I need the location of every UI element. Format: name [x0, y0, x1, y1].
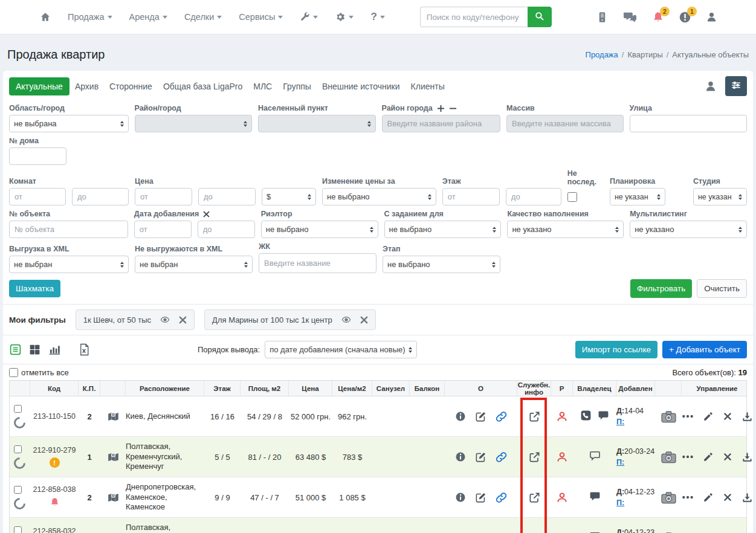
remove-district-icon[interactable]: [449, 105, 457, 112]
massif-input[interactable]: [506, 115, 624, 132]
delete-x-icon[interactable]: [723, 412, 732, 421]
add-district-icon[interactable]: [437, 105, 445, 112]
warning-icon[interactable]: !: [50, 457, 60, 468]
reader-icon[interactable]: [596, 11, 608, 24]
info-icon[interactable]: [455, 492, 466, 503]
loading-circle-icon[interactable]: [11, 455, 28, 471]
camera-icon[interactable]: [661, 410, 677, 424]
object-code[interactable]: 212-858-032: [33, 527, 76, 533]
p-link[interactable]: П:: [616, 418, 624, 426]
district-select[interactable]: [135, 115, 253, 132]
tab-storonnie[interactable]: Сторонние: [104, 77, 158, 95]
tab-mls[interactable]: МЛС: [248, 77, 277, 95]
tab-aktualnye[interactable]: Актуальные: [9, 77, 69, 95]
select-all-checkbox[interactable]: [9, 368, 18, 377]
camera-icon[interactable]: [661, 531, 677, 533]
not-last-checkbox[interactable]: [567, 192, 577, 202]
map-icon[interactable]: [107, 491, 120, 504]
info-icon[interactable]: [455, 451, 466, 462]
price-change-select[interactable]: не выбрано: [322, 188, 436, 205]
link-icon[interactable]: [496, 451, 507, 463]
row-checkbox[interactable]: [14, 445, 22, 453]
add-object-button[interactable]: + Добавить объект: [662, 341, 747, 358]
tab-klienty[interactable]: Клиенты: [405, 77, 450, 95]
home-icon[interactable]: [40, 11, 51, 22]
download-icon[interactable]: [741, 492, 753, 503]
row-checkbox[interactable]: [14, 405, 22, 413]
table-settings-button[interactable]: [725, 76, 747, 96]
row-checkbox[interactable]: [14, 526, 22, 533]
list-view-icon[interactable]: [9, 343, 22, 356]
realtor-select[interactable]: не выбрано: [261, 221, 378, 238]
nav-item-arenda[interactable]: Аренда: [129, 12, 167, 22]
tab-arhiv[interactable]: Архив: [69, 77, 104, 95]
p-link[interactable]: П:: [616, 458, 624, 467]
more-actions-icon[interactable]: [682, 495, 694, 500]
nav-item-sdelki[interactable]: Сделки: [184, 12, 222, 22]
multilisting-select[interactable]: не указано: [630, 221, 747, 238]
map-icon[interactable]: [107, 451, 120, 464]
comment-filled-icon[interactable]: [598, 410, 609, 423]
studio-select[interactable]: не указан: [693, 188, 747, 205]
clear-date-filter-icon[interactable]: [203, 211, 210, 218]
client-person-icon[interactable]: [556, 491, 568, 503]
delete-x-icon[interactable]: [723, 452, 732, 462]
clear-button[interactable]: Очистить: [697, 279, 747, 298]
region-select[interactable]: не выбрана: [9, 115, 129, 132]
stage-select[interactable]: не выбрано: [383, 256, 500, 273]
user-profile-icon[interactable]: [706, 11, 717, 23]
phone-call-icon[interactable]: [580, 410, 592, 423]
nav-item-servisy[interactable]: Сервисы: [239, 12, 283, 22]
task-for-select[interactable]: не выбрано: [384, 221, 502, 238]
select-all-label[interactable]: отметить все: [21, 368, 69, 377]
loading-circle-icon[interactable]: [11, 415, 28, 431]
remove-filter-icon[interactable]: [179, 316, 187, 324]
nav-item-tools[interactable]: [300, 12, 318, 22]
download-icon[interactable]: [741, 411, 753, 422]
more-actions-icon[interactable]: [682, 414, 694, 419]
object-code[interactable]: 212-910-279: [33, 446, 76, 454]
remove-filter-icon[interactable]: [360, 316, 368, 324]
download-icon[interactable]: [741, 451, 753, 463]
content-quality-select[interactable]: не указано: [507, 221, 624, 238]
row-checkbox[interactable]: [14, 486, 22, 494]
order-select[interactable]: по дате добавления (сначала новые): [265, 341, 417, 358]
external-link-icon[interactable]: [529, 492, 540, 503]
edit-pencil-icon[interactable]: [703, 411, 714, 422]
floor-to-input[interactable]: [506, 188, 561, 205]
breadcrumb-link-prodazha[interactable]: Продажа: [586, 50, 618, 59]
street-input[interactable]: [630, 115, 748, 132]
rooms-to-input[interactable]: [72, 188, 129, 205]
link-icon[interactable]: [496, 411, 507, 422]
city-district-input[interactable]: [382, 115, 501, 132]
price-to-input[interactable]: [198, 188, 256, 205]
saved-filter-chip[interactable]: Для Марины от 100 тыс 1к центр: [204, 309, 376, 330]
alerts-icon[interactable]: 1: [679, 11, 691, 24]
nav-item-help[interactable]: ?: [370, 11, 384, 23]
search-input[interactable]: [420, 7, 528, 27]
eye-icon[interactable]: [160, 315, 170, 325]
date-to-input[interactable]: [198, 221, 255, 238]
chessboard-button[interactable]: Шахматка: [9, 280, 60, 297]
external-link-icon[interactable]: [529, 451, 540, 463]
object-number-input[interactable]: [9, 221, 128, 238]
tab-gruppy[interactable]: Группы: [277, 77, 317, 95]
map-icon[interactable]: [107, 410, 120, 423]
price-from-input[interactable]: [135, 188, 192, 205]
floor-from-input[interactable]: [442, 188, 500, 205]
messages-icon[interactable]: [622, 11, 638, 24]
loading-circle-icon[interactable]: [11, 496, 28, 512]
chart-view-icon[interactable]: [48, 343, 61, 356]
tab-vneshnie-istochniki[interactable]: Внешние источники: [317, 77, 405, 95]
rooms-from-input[interactable]: [9, 188, 66, 205]
nav-item-settings[interactable]: [335, 11, 354, 22]
date-from-input[interactable]: [134, 221, 192, 238]
object-code[interactable]: 213-110-150: [33, 412, 76, 421]
xml-no-export-select[interactable]: не выбран: [135, 256, 253, 273]
info-icon[interactable]: [455, 411, 466, 422]
complex-input[interactable]: [259, 253, 376, 273]
object-code[interactable]: 212-858-038: [33, 485, 76, 494]
saved-filter-chip[interactable]: 1к Шевч, от 50 тыс: [76, 309, 195, 330]
edit-pencil-icon[interactable]: [703, 492, 714, 503]
layout-select[interactable]: не указан: [610, 188, 665, 205]
